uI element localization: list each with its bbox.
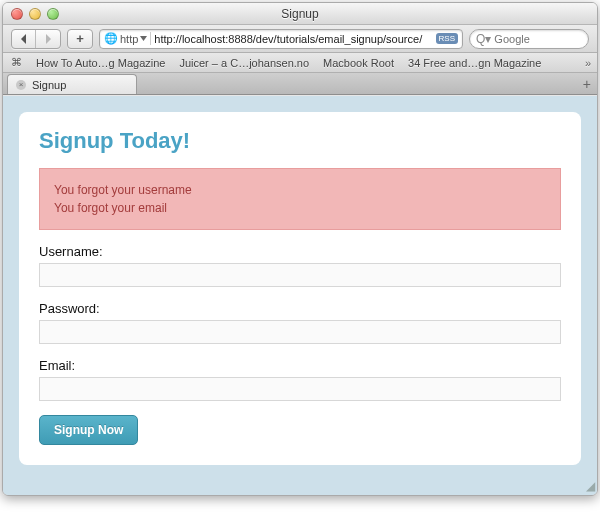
- tab-signup[interactable]: × Signup: [7, 74, 137, 94]
- username-input[interactable]: [39, 263, 561, 287]
- scheme-select[interactable]: 🌐 http: [104, 32, 151, 45]
- error-message: You forgot your username: [54, 183, 546, 197]
- bookmark-item[interactable]: 34 Free and…gn Magazine: [408, 57, 541, 69]
- username-label: Username:: [39, 244, 561, 259]
- password-input[interactable]: [39, 320, 561, 344]
- rss-icon[interactable]: RSS: [436, 33, 458, 44]
- password-label: Password:: [39, 301, 561, 316]
- email-label: Email:: [39, 358, 561, 373]
- new-tab-button[interactable]: +: [583, 76, 591, 92]
- page-heading: Signup Today!: [39, 128, 561, 154]
- toolbar: + 🌐 http RSS Q▾: [3, 25, 597, 53]
- scheme-label: http: [120, 33, 138, 45]
- bookmarks-bar: ⌘ How To Auto…g Magazine Juicer – a C…jo…: [3, 53, 597, 73]
- address-bar[interactable]: 🌐 http RSS: [99, 29, 463, 49]
- back-button[interactable]: [12, 30, 36, 48]
- signup-card: Signup Today! You forgot your username Y…: [19, 112, 581, 465]
- window-title: Signup: [3, 7, 597, 21]
- resize-handle-icon[interactable]: ◢: [586, 479, 595, 493]
- bookmark-item[interactable]: Juicer – a C…johansen.no: [179, 57, 309, 69]
- back-icon: [20, 34, 28, 44]
- tab-label: Signup: [32, 79, 66, 91]
- field-password: Password:: [39, 301, 561, 344]
- search-input[interactable]: [494, 33, 598, 45]
- bookmark-item[interactable]: Macbook Root: [323, 57, 394, 69]
- field-email: Email:: [39, 358, 561, 401]
- titlebar: Signup: [3, 3, 597, 25]
- nav-buttons: [11, 29, 61, 49]
- search-bar[interactable]: Q▾: [469, 29, 589, 49]
- browser-window: Signup + 🌐 http RSS Q▾ ⌘: [2, 2, 598, 496]
- bookmarks-icon[interactable]: ⌘: [11, 56, 22, 69]
- email-input[interactable]: [39, 377, 561, 401]
- error-box: You forgot your username You forgot your…: [39, 168, 561, 230]
- forward-button[interactable]: [36, 30, 60, 48]
- bookmarks-overflow-button[interactable]: »: [585, 57, 591, 69]
- chevron-down-icon: [140, 36, 147, 41]
- reload-button[interactable]: +: [67, 29, 93, 49]
- globe-icon: 🌐: [104, 32, 118, 45]
- error-message: You forgot your email: [54, 201, 546, 215]
- signup-button[interactable]: Signup Now: [39, 415, 138, 445]
- search-icon: Q▾: [476, 32, 491, 46]
- forward-icon: [44, 34, 52, 44]
- page-viewport: Signup Today! You forgot your username Y…: [3, 95, 597, 495]
- reload-icon: +: [76, 31, 84, 46]
- field-username: Username:: [39, 244, 561, 287]
- url-input[interactable]: [154, 33, 435, 45]
- bookmark-item[interactable]: How To Auto…g Magazine: [36, 57, 165, 69]
- tab-bar: × Signup +: [3, 73, 597, 95]
- close-tab-button[interactable]: ×: [16, 80, 26, 90]
